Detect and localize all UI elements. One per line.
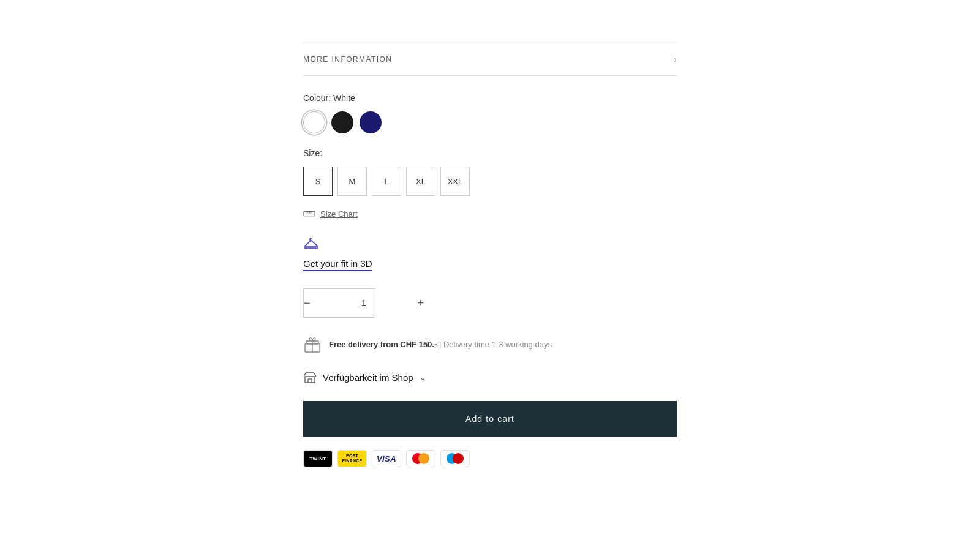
size-btn-m[interactable]: M <box>337 167 367 196</box>
payment-icons: TWINT POSTFINANCE VISA <box>303 450 677 467</box>
svg-rect-0 <box>304 211 315 216</box>
quantity-section: − + <box>303 288 677 318</box>
colour-swatch-white[interactable] <box>303 111 325 133</box>
hanger-svg <box>303 236 319 251</box>
delivery-main-text: Free delivery from CHF 150.- <box>329 340 437 349</box>
quantity-decrease-button[interactable]: − <box>304 289 311 317</box>
twint-payment-icon: TWINT <box>303 450 333 467</box>
fit-3d-label[interactable]: Get your fit in 3D <box>303 258 372 271</box>
size-chart-link[interactable]: Size Chart <box>303 208 677 219</box>
colour-swatch-navy[interactable] <box>360 111 382 133</box>
delivery-row: Free delivery from CHF 150.- | Delivery … <box>303 335 677 353</box>
colour-swatches <box>303 111 677 133</box>
store-availability-row[interactable]: Verfügbarkeit im Shop ⌄ <box>303 370 677 384</box>
colour-label: Colour: White <box>303 93 677 103</box>
size-btn-l[interactable]: L <box>372 167 401 196</box>
size-section: Size: S M L XL XXL <box>303 148 677 196</box>
delivery-text: Free delivery from CHF 150.- | Delivery … <box>329 340 552 349</box>
add-to-cart-button[interactable]: Add to cart <box>303 401 677 437</box>
mastercard-payment-icon <box>406 450 435 467</box>
size-label: Size: <box>303 148 677 158</box>
hanger-icon <box>303 236 677 255</box>
fit-3d-section: Get your fit in 3D <box>303 236 677 271</box>
more-information-row[interactable]: MORE INFORMATION › <box>303 43 677 76</box>
product-options-panel: MORE INFORMATION › Colour: White Size: S… <box>297 43 683 551</box>
size-btn-xxl[interactable]: XXL <box>440 167 470 196</box>
svg-rect-9 <box>305 377 315 383</box>
store-availability-label: Verfügbarkeit im Shop <box>323 372 413 383</box>
more-information-label: MORE INFORMATION <box>303 55 392 64</box>
size-buttons: S M L XL XXL <box>303 167 677 196</box>
ruler-icon <box>303 208 315 219</box>
size-btn-xl[interactable]: XL <box>406 167 435 196</box>
chevron-right-icon: › <box>674 54 677 64</box>
gift-icon <box>303 335 322 353</box>
delivery-sub-text: | Delivery time 1-3 working days <box>439 340 552 349</box>
quantity-increase-button[interactable]: + <box>418 289 424 317</box>
quantity-input[interactable] <box>311 298 418 308</box>
colour-swatch-black[interactable] <box>331 111 353 133</box>
postfinance-payment-icon: POSTFINANCE <box>337 450 367 467</box>
visa-payment-icon: VISA <box>372 450 401 467</box>
store-icon <box>303 370 317 384</box>
size-chart-label: Size Chart <box>320 209 358 219</box>
size-btn-s[interactable]: S <box>303 167 333 196</box>
quantity-control: − + <box>303 288 375 318</box>
chevron-down-icon: ⌄ <box>420 373 426 382</box>
maestro-payment-icon <box>440 450 470 467</box>
